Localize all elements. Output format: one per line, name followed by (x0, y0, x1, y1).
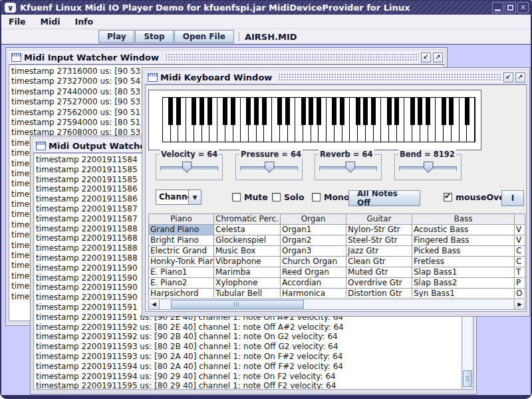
black-key[interactable] (426, 98, 430, 125)
menu-info[interactable]: Info (68, 15, 101, 29)
table-cell[interactable]: T (515, 267, 525, 278)
table-cell[interactable]: Slap Bass1 (412, 267, 515, 278)
table-cell[interactable]: Church Organ (281, 257, 346, 267)
table-cell[interactable]: Organ1 (281, 225, 346, 235)
table-cell[interactable]: Harpsichord (149, 289, 214, 297)
table-cell[interactable]: Nylon-Str Gtr (346, 225, 412, 235)
maximize-button[interactable] (505, 2, 516, 13)
menu-midi[interactable]: Midi (33, 15, 68, 29)
piano-keyboard[interactable] (162, 97, 475, 142)
scrollbar-thumb[interactable] (171, 300, 304, 309)
table-cell[interactable]: Distortion Gtr (346, 289, 412, 297)
black-key[interactable] (246, 98, 251, 125)
black-key[interactable] (301, 98, 306, 125)
checkbox-box[interactable]: ✔ (444, 193, 452, 201)
table-cell[interactable]: Harmonica (281, 289, 346, 297)
title-bar[interactable]: ∨ Kfuenf Linux Midi IO Player Demo for k… (1, 1, 531, 15)
mouseover-checkbox[interactable]: ✔ mouseOver (444, 192, 509, 202)
table-cell[interactable]: Overdrive Gtr (346, 278, 412, 289)
table-cell[interactable]: Organ2 (281, 235, 346, 246)
slider-thumb[interactable] (345, 162, 355, 173)
black-key[interactable] (254, 98, 259, 125)
black-key[interactable] (371, 98, 376, 125)
table-cell[interactable]: Organ3 (281, 246, 346, 257)
black-key[interactable] (332, 98, 336, 125)
table-cell[interactable]: Honky-Tonk Piano (149, 257, 214, 267)
table-cell[interactable]: Grand Piano (149, 225, 214, 235)
black-key[interactable] (363, 98, 368, 125)
table-cell[interactable]: P (515, 278, 525, 289)
chevron-down-icon[interactable]: ▼ (188, 190, 201, 204)
table-cell[interactable]: Acoustic Bass (412, 225, 515, 235)
close-button[interactable]: ✕ (517, 2, 529, 13)
column-header[interactable]: Guitar (346, 214, 412, 225)
black-key[interactable] (449, 98, 454, 125)
checkbox-mono[interactable]: Mono (312, 192, 350, 202)
black-key[interactable] (262, 98, 267, 125)
clipped-button[interactable]: I (501, 190, 524, 206)
maximize-internal-button[interactable]: ↗ (515, 72, 525, 82)
table-cell[interactable]: Vibraphone (214, 257, 281, 267)
slider-thumb[interactable] (265, 162, 275, 173)
table-cell[interactable]: Jazz Gtr (346, 246, 412, 257)
input-watcher-titlebar[interactable]: Midi Input Watcher Window ↙ ↗ (9, 51, 444, 65)
black-key[interactable] (192, 98, 196, 125)
checkbox-mute[interactable]: Mute (232, 192, 268, 202)
table-cell[interactable]: Xylophone (214, 278, 281, 289)
black-key[interactable] (200, 98, 204, 125)
table-cell[interactable]: Fretless (412, 257, 515, 267)
stop-button[interactable]: Stop (135, 30, 173, 43)
black-key[interactable] (418, 98, 422, 125)
column-header[interactable]: Bass (412, 214, 515, 225)
iconify-button[interactable]: ↙ (421, 53, 431, 63)
table-cell[interactable]: Syn Bass1 (412, 289, 515, 297)
black-key[interactable] (356, 98, 360, 125)
table-cell[interactable]: Marimba (214, 267, 281, 278)
table-cell[interactable]: V (515, 235, 525, 246)
black-key[interactable] (176, 98, 181, 125)
table-cell[interactable]: O (515, 289, 525, 297)
column-header[interactable]: Piano (149, 214, 214, 225)
table-cell[interactable]: Reed Organ (281, 267, 346, 278)
table-cell[interactable]: C (515, 257, 525, 267)
black-key[interactable] (394, 98, 399, 125)
scroll-right-icon[interactable]: ▶ (514, 299, 525, 309)
checkbox-box[interactable] (272, 193, 281, 201)
table-cell[interactable]: Picked Bass (412, 246, 515, 257)
keyboard-window-titlebar[interactable]: Midi Keyboard Window ↙ ↗ (145, 70, 527, 85)
table-cell[interactable]: Muted Gtr (346, 267, 412, 278)
slider-thumb[interactable] (182, 162, 192, 173)
horizontal-scrollbar[interactable]: ◀ ▶ (148, 299, 525, 310)
table-cell[interactable]: Fingered Bass (412, 235, 515, 246)
column-header[interactable]: Organ (281, 214, 346, 225)
table-cell[interactable]: E. Piano2 (149, 278, 214, 289)
black-key[interactable] (387, 98, 392, 125)
minimize-button[interactable] (492, 2, 503, 13)
table-cell[interactable]: Accordian (281, 278, 346, 289)
scroll-left-icon[interactable]: ◀ (149, 299, 160, 309)
scrollbar-thumb[interactable] (463, 370, 472, 387)
black-key[interactable] (223, 98, 227, 125)
slider-thumb[interactable] (424, 162, 434, 173)
checkbox-box[interactable] (232, 193, 241, 201)
black-key[interactable] (277, 98, 282, 125)
black-key[interactable] (317, 98, 321, 125)
table-cell[interactable]: V (515, 225, 525, 235)
table-cell[interactable]: Music Box (214, 246, 281, 257)
table-cell[interactable]: Electric Grand (149, 246, 214, 257)
keyboard-window[interactable]: Midi Keyboard Window ↙ ↗ Velocity = 64Pr… (142, 67, 530, 317)
black-key[interactable] (231, 98, 235, 125)
all-notes-off-button[interactable]: All Notes Off (348, 190, 420, 206)
table-cell[interactable]: Glockenspiel (214, 235, 281, 246)
table-cell[interactable]: Celesta (214, 225, 281, 235)
menu-file[interactable]: File (1, 15, 33, 29)
black-key[interactable] (340, 98, 344, 125)
black-key[interactable] (207, 98, 212, 125)
iconify-button[interactable]: ↙ (503, 72, 513, 82)
table-cell[interactable]: C (515, 246, 525, 257)
column-header[interactable]: Chromatic Perc. (214, 214, 281, 225)
column-header[interactable] (515, 214, 525, 225)
table-cell[interactable]: Slap Bass2 (412, 278, 515, 289)
black-key[interactable] (168, 98, 173, 125)
table-cell[interactable]: Bright Piano (149, 235, 214, 246)
